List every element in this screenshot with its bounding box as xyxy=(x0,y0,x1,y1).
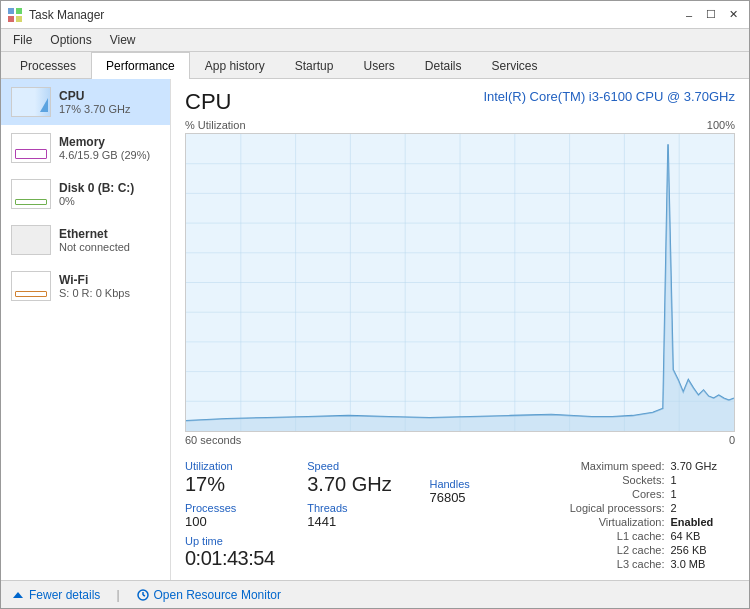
l1-cache-label: L1 cache: xyxy=(552,530,665,542)
l1-cache-value: 64 KB xyxy=(670,530,735,542)
chart-bottom-labels: 60 seconds 0 xyxy=(185,434,735,446)
logical-procs-label: Logical processors: xyxy=(552,502,665,514)
tab-services[interactable]: Services xyxy=(477,52,553,79)
menu-bar: File Options View xyxy=(1,29,749,52)
cpu-model-text: Intel(R) Core(TM) i3-6100 CPU @ 3.70GHz xyxy=(483,89,735,104)
tab-bar: Processes Performance App history Startu… xyxy=(1,52,749,79)
sockets-label: Sockets: xyxy=(552,474,665,486)
uptime-value: 0:01:43:54 xyxy=(185,547,307,570)
title-bar-left: Task Manager xyxy=(7,7,104,23)
menu-file[interactable]: File xyxy=(5,31,40,49)
disk-info: Disk 0 (B: C:) 0% xyxy=(59,181,160,207)
wifi-thumbnail xyxy=(11,271,51,301)
tab-app-history[interactable]: App history xyxy=(190,52,280,79)
ethernet-label: Ethernet xyxy=(59,227,160,241)
cpu-chart-svg xyxy=(186,134,734,431)
menu-options[interactable]: Options xyxy=(42,31,99,49)
open-resource-monitor-link[interactable]: Open Resource Monitor xyxy=(136,588,281,602)
l3-cache-value: 3.0 MB xyxy=(670,558,735,570)
monitor-icon xyxy=(136,588,150,602)
chart-labels: % Utilization 100% xyxy=(185,119,735,131)
stats-col-utilization: Utilization 17% Processes 100 Up time 0:… xyxy=(185,454,307,570)
speed-value: 3.70 GHz xyxy=(307,472,429,496)
logical-procs-value: 2 xyxy=(670,502,735,514)
sidebar-item-wifi[interactable]: Wi-Fi S: 0 R: 0 Kbps xyxy=(1,263,170,309)
threads-value: 1441 xyxy=(307,514,429,529)
ethernet-detail: Not connected xyxy=(59,241,160,253)
chart-time-label: 60 seconds xyxy=(185,434,241,446)
handles-value: 76805 xyxy=(429,490,551,505)
sidebar-item-memory[interactable]: Memory 4.6/15.9 GB (29%) xyxy=(1,125,170,171)
sockets-value: 1 xyxy=(670,474,735,486)
max-speed-value: 3.70 GHz xyxy=(670,460,735,472)
tab-processes[interactable]: Processes xyxy=(5,52,91,79)
utilization-value: 17% xyxy=(185,472,307,496)
tab-details[interactable]: Details xyxy=(410,52,477,79)
processes-value: 100 xyxy=(185,514,307,529)
footer-separator: | xyxy=(116,588,119,602)
svg-rect-2 xyxy=(8,16,14,22)
speed-label: Speed xyxy=(307,460,429,472)
maximize-button[interactable]: ☐ xyxy=(701,5,721,25)
main-panel: CPU Intel(R) Core(TM) i3-6100 CPU @ 3.70… xyxy=(171,79,749,580)
disk-label: Disk 0 (B: C:) xyxy=(59,181,160,195)
close-button[interactable]: ✕ xyxy=(723,5,743,25)
cores-value: 1 xyxy=(670,488,735,500)
chart-y-label: % Utilization xyxy=(185,119,246,131)
l2-cache-value: 256 KB xyxy=(670,544,735,556)
chevron-up-icon xyxy=(11,588,25,602)
fewer-details-label: Fewer details xyxy=(29,588,100,602)
processes-label: Processes xyxy=(185,502,307,514)
cpu-thumbnail xyxy=(11,87,51,117)
utilization-label: Utilization xyxy=(185,460,307,472)
cpu-chart xyxy=(185,133,735,432)
open-resource-monitor-label: Open Resource Monitor xyxy=(154,588,281,602)
sidebar: CPU 17% 3.70 GHz Memory 4.6/15.9 GB (29%… xyxy=(1,79,171,580)
sidebar-item-disk[interactable]: Disk 0 (B: C:) 0% xyxy=(1,171,170,217)
task-manager-window: Task Manager – ☐ ✕ File Options View Pro… xyxy=(0,0,750,609)
ethernet-info: Ethernet Not connected xyxy=(59,227,160,253)
content-area: CPU 17% 3.70 GHz Memory 4.6/15.9 GB (29%… xyxy=(1,79,749,580)
stats-section: Utilization 17% Processes 100 Up time 0:… xyxy=(185,454,735,570)
disk-detail: 0% xyxy=(59,195,160,207)
tab-startup[interactable]: Startup xyxy=(280,52,349,79)
menu-view[interactable]: View xyxy=(102,31,144,49)
tab-users[interactable]: Users xyxy=(348,52,409,79)
svg-line-26 xyxy=(143,595,145,596)
l3-cache-label: L3 cache: xyxy=(552,558,665,570)
stats-col-speed: Speed 3.70 GHz Threads 1441 xyxy=(307,454,429,570)
memory-thumbnail xyxy=(11,133,51,163)
virtualization-value: Enabled xyxy=(670,516,735,528)
threads-label: Threads xyxy=(307,502,429,514)
disk-thumbnail xyxy=(11,179,51,209)
right-stats: Maximum speed: 3.70 GHz Sockets: 1 Cores… xyxy=(552,460,735,570)
chart-y-max: 100% xyxy=(707,119,735,131)
memory-label: Memory xyxy=(59,135,160,149)
wifi-detail: S: 0 R: 0 Kbps xyxy=(59,287,160,299)
sidebar-item-cpu[interactable]: CPU 17% 3.70 GHz xyxy=(1,79,170,125)
chart-zero-label: 0 xyxy=(729,434,735,446)
cpu-info: CPU 17% 3.70 GHz xyxy=(59,89,160,115)
title-controls: – ☐ ✕ xyxy=(679,5,743,25)
cpu-header: CPU Intel(R) Core(TM) i3-6100 CPU @ 3.70… xyxy=(185,89,735,115)
memory-info: Memory 4.6/15.9 GB (29%) xyxy=(59,135,160,161)
max-speed-label: Maximum speed: xyxy=(552,460,665,472)
cpu-label: CPU xyxy=(59,89,160,103)
tab-performance[interactable]: Performance xyxy=(91,52,190,79)
handles-label: Handles xyxy=(429,478,551,490)
wifi-label: Wi-Fi xyxy=(59,273,160,287)
minimize-button[interactable]: – xyxy=(679,5,699,25)
cpu-detail: 17% 3.70 GHz xyxy=(59,103,160,115)
svg-rect-0 xyxy=(8,8,14,14)
memory-detail: 4.6/15.9 GB (29%) xyxy=(59,149,160,161)
fewer-details-link[interactable]: Fewer details xyxy=(11,588,100,602)
ethernet-thumbnail xyxy=(11,225,51,255)
uptime-label: Up time xyxy=(185,535,307,547)
sidebar-item-ethernet[interactable]: Ethernet Not connected xyxy=(1,217,170,263)
footer: Fewer details | Open Resource Monitor xyxy=(1,580,749,608)
app-icon xyxy=(7,7,23,23)
title-bar: Task Manager – ☐ ✕ xyxy=(1,1,749,29)
cores-label: Cores: xyxy=(552,488,665,500)
stats-col-handles: Handles 76805 xyxy=(429,454,551,570)
svg-rect-1 xyxy=(16,8,22,14)
